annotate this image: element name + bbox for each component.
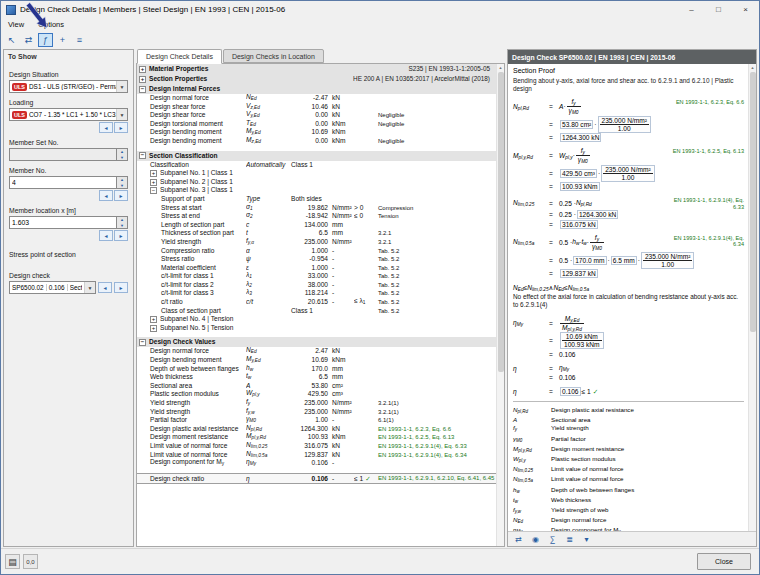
table-row[interactable]: Thickness of section partt6.5mm3.2.1 [137, 229, 496, 238]
next-check-button[interactable]: ▸ [114, 282, 128, 293]
close-button[interactable]: Close [697, 553, 751, 570]
table-row[interactable]: c/t-limit for class 2λ238.000-Tab. 5.2 [137, 281, 496, 290]
table-row[interactable]: Stress ratioψ-0.954-Tab. 5.2 [137, 255, 496, 264]
member-no-stepper[interactable]: ▲▼ [117, 176, 128, 189]
table-row[interactable]: Compression ratioα1.000-Tab. 5.2 [137, 247, 496, 256]
expand-icon[interactable]: + [150, 325, 157, 332]
table-row[interactable]: Stress at startσ119.862N/mm²> 0Compressi… [137, 204, 496, 213]
previous-location-button[interactable]: ◂ [99, 230, 113, 241]
table-row[interactable]: Support of partTypeBoth sides [137, 195, 496, 204]
decimal-places-icon[interactable]: 0,0 [23, 554, 38, 569]
table-row[interactable]: Sectional areaA53.80cm² [137, 382, 496, 391]
sum-icon[interactable]: ∑ [545, 533, 560, 545]
table-row[interactable]: Yield strengthfy,α235.000N/mm²3.2.1 [137, 238, 496, 247]
menu-view[interactable]: View [1, 18, 31, 31]
table-row[interactable]: c/t-limit for class 1λ133.000-Tab. 5.2 [137, 272, 496, 281]
table-row[interactable]: Plastic section modulusWpl,y429.50cm³ [137, 390, 496, 399]
scrollbar-thumb[interactable] [750, 72, 756, 332]
group-row[interactable]: −Design Internal Forces [137, 84, 496, 94]
go-to-location-icon[interactable]: ↖ [4, 33, 19, 47]
member-no-input[interactable] [9, 176, 117, 189]
table-row[interactable]: Design normal forceNEd2.47kN [137, 347, 496, 356]
panel-toggle-icon[interactable]: ▤ [5, 554, 20, 569]
next-member-button[interactable]: ▸ [114, 190, 128, 201]
expand-icon[interactable]: + [139, 66, 146, 73]
next-loading-button[interactable]: ▸ [114, 122, 128, 133]
menu-options[interactable]: Options [31, 18, 71, 31]
close-window-button[interactable]: × [732, 1, 759, 18]
previous-member-button[interactable]: ◂ [99, 190, 113, 201]
tree-node-row[interactable]: −Subpanel No. 3 | Class 1 [137, 186, 496, 195]
table-row[interactable]: Design torsional momentTEd0.00kNmNegligi… [137, 120, 496, 129]
table-row[interactable]: Design component for MyηMy0.106- [137, 459, 496, 468]
member-location-input[interactable] [9, 216, 117, 229]
next-location-button[interactable]: ▸ [114, 230, 128, 241]
expand-icon[interactable]: + [139, 76, 146, 83]
table-row[interactable]: Design check ratioη0.106-≤ 1✓EN 1993-1-1… [137, 473, 496, 484]
stress-point-icon[interactable]: ◉ [528, 533, 543, 545]
table-row[interactable]: Design shear forceVz,Ed10.46kN [137, 103, 496, 112]
group-row[interactable]: −Design Check Values [137, 337, 496, 347]
table-row[interactable]: Class of section partClass 1Tab. 5.2 [137, 307, 496, 316]
table-row[interactable]: Web thicknesstw6.5mm [137, 373, 496, 382]
previous-loading-button[interactable]: ◂ [99, 122, 113, 133]
table-row[interactable]: Length of section partc134.000mm [137, 221, 496, 230]
table-row[interactable]: Partial factorγM01.00-6.1(1) [137, 416, 496, 425]
table-row[interactable]: Design shear forceVy,Ed0.00kNNegligible [137, 111, 496, 120]
more-options-icon[interactable]: ▾ [579, 533, 594, 545]
tree-node-row[interactable]: +Subpanel No. 4 | Tension [137, 315, 496, 324]
table-row[interactable]: ClassificationAutomaticallyClass 1 [137, 161, 496, 170]
tab-design-checks-in-location[interactable]: Design Checks in Location [223, 49, 324, 63]
tree-node-row[interactable]: +Subpanel No. 1 | Class 1 [137, 169, 496, 178]
table-scrollbar[interactable]: ▲ [496, 64, 504, 546]
table-row[interactable]: Design bending momentMy,Ed10.69kNm [137, 356, 496, 365]
spin-down-icon[interactable]: ▼ [117, 223, 127, 229]
table-row[interactable]: c/t ratioc/t20.615-≤ λ1Tab. 5.2 [137, 298, 496, 307]
table-row[interactable]: Design bending momentMz,Ed0.00kNmNegligi… [137, 137, 496, 146]
table-row[interactable]: Yield strengthfy,w235.000N/mm²3.2.1(1) [137, 408, 496, 417]
expand-icon[interactable]: + [150, 170, 157, 177]
sync-selection-icon[interactable]: ⇄ [21, 33, 36, 47]
collapse-icon[interactable]: − [139, 86, 146, 93]
design-situation-combo[interactable]: ULS DS1 - ULS (STR/GEO) - Permane... ▼ [9, 80, 128, 93]
expand-icon[interactable]: + [150, 179, 157, 186]
relation-scheme-icon[interactable]: ⇄ [511, 533, 526, 545]
loading-combo[interactable]: ULS CO7 - 1.35 * LC1 + 1.50 * LC3... ▼ [9, 108, 128, 121]
tree-node-row[interactable]: +Subpanel No. 2 | Class 1 [137, 178, 496, 187]
maximize-button[interactable]: □ [705, 1, 732, 18]
scroll-up-icon[interactable]: ▲ [749, 64, 756, 72]
settings-icon[interactable]: ≡ [72, 33, 87, 47]
collapse-icon[interactable]: − [139, 339, 146, 346]
member-set-stepper[interactable]: ▲▼ [117, 148, 128, 161]
design-check-combo[interactable]: SP6500.02 0.106 Section Pro... ▼ [9, 281, 96, 294]
collapse-icon[interactable]: − [150, 187, 157, 194]
spin-down-icon[interactable]: ▼ [117, 183, 127, 189]
group-row[interactable]: −Section Classification [137, 151, 496, 161]
table-row[interactable]: c/t-limit for class 3λ3118.214-Tab. 5.2 [137, 289, 496, 298]
table-row[interactable]: Design moment resistanceMpl,y,Rd100.93kN… [137, 433, 496, 442]
chevron-down-icon[interactable]: ▼ [116, 81, 127, 92]
table-row[interactable]: Depth of web between flangeshw170.0mm [137, 365, 496, 374]
stress-points-icon[interactable]: + [55, 33, 70, 47]
scrollbar-thumb[interactable] [498, 72, 504, 372]
spin-down-icon[interactable]: ▼ [117, 155, 127, 161]
group-row[interactable]: +Material PropertiesS235 | EN 1993-1-1:2… [137, 64, 496, 74]
table-row[interactable]: Design plastic axial resistanceNpl,Rd126… [137, 425, 496, 434]
minimize-button[interactable]: – [678, 1, 705, 18]
chevron-down-icon[interactable]: ▼ [116, 109, 127, 120]
group-row[interactable]: +Section PropertiesHE 200 A | EN 10365:2… [137, 74, 496, 84]
chevron-down-icon[interactable]: ▼ [84, 282, 95, 293]
tree-node-row[interactable]: +Subpanel No. 5 | Tension [137, 324, 496, 333]
expand-icon[interactable]: + [150, 316, 157, 323]
tab-design-check-details[interactable]: Design Check Details [137, 49, 222, 64]
collapse-icon[interactable]: − [139, 152, 146, 159]
scroll-up-icon[interactable]: ▲ [497, 64, 504, 72]
show-formulas-icon[interactable]: ƒ [38, 33, 53, 47]
table-row[interactable]: Material coefficientε1.000-Tab. 5.2 [137, 264, 496, 273]
member-location-stepper[interactable]: ▲▼ [117, 216, 128, 229]
previous-check-button[interactable]: ◂ [98, 282, 112, 293]
formula-scrollbar[interactable]: ▲ [748, 64, 756, 531]
table-row[interactable]: Stress at endσ2-18.942N/mm²≤ 0Tension [137, 212, 496, 221]
table-row[interactable]: Design normal forceNEd-2.47kN [137, 94, 496, 103]
table-row[interactable]: Limit value of normal forceNlim,0.25316.… [137, 442, 496, 451]
